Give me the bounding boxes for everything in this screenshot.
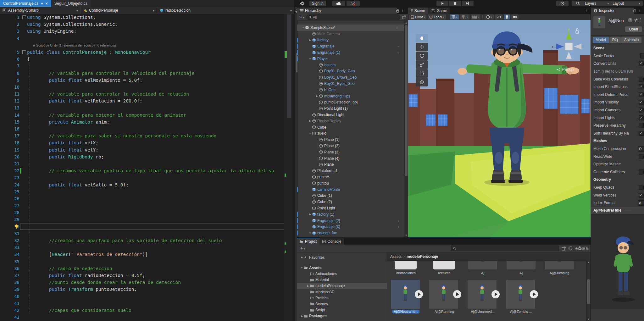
editor-tab[interactable]: Seguir_Objejeto.cs (51, 0, 91, 7)
code-line[interactable]: 5 − public class ControlPersonaje : Mono… (0, 49, 294, 56)
lightbulb-quickfix-icon[interactable] (14, 224, 19, 229)
hierarchy-item[interactable]: bottom (297, 62, 404, 68)
inspector-row[interactable]: Import Visibility✓ (591, 98, 644, 106)
add-gameobject-button[interactable]: ＋▾ (299, 14, 304, 20)
hierarchy-item[interactable]: Boy01_Eyes_Geo (297, 80, 404, 87)
checkbox[interactable] (639, 154, 644, 159)
scroll-down-arrow[interactable]: ▼ (586, 318, 591, 321)
kebab-menu-icon[interactable]: ⋮ (584, 8, 588, 13)
code-line[interactable]: 27 (0, 202, 294, 209)
class-dropdown[interactable]: ControlPersonaje ▾ (81, 7, 157, 14)
checkbox[interactable] (639, 169, 644, 174)
scene-lighting-toggle[interactable] (504, 14, 510, 19)
inspector-row[interactable]: Geometry (591, 176, 644, 184)
preview-header[interactable]: Aj@Neutral Idle (591, 207, 644, 214)
open-prefab-arrow[interactable]: › (398, 51, 399, 54)
project-tree-item[interactable]: ▼ Assets (297, 265, 387, 271)
fold-toggle[interactable]: − (22, 50, 26, 54)
asset-item[interactable]: Aj@Zombie ... (506, 280, 536, 313)
dropdown-cut[interactable]: O (638, 146, 644, 152)
kebab-menu-icon[interactable]: ⋮ (638, 8, 642, 13)
open-prefab-arrow[interactable]: › (398, 225, 399, 229)
asset-item[interactable]: animaciones (391, 261, 421, 275)
code-line[interactable]: 17 // variables para saber si nuestro pe… (0, 132, 294, 139)
hierarchy-item[interactable]: puntoA (297, 174, 404, 180)
hierarchy-item[interactable]: ▶ factory (297, 37, 404, 43)
code-line[interactable]: 28 (0, 209, 294, 216)
open-prefab-arrow[interactable]: › (398, 44, 399, 48)
hierarchy-item[interactable]: Cube (2) (297, 199, 404, 205)
editor-tab[interactable]: ControlPersonaje.cs ✕ (0, 0, 51, 7)
hierarchy-item[interactable]: Engranaje › (297, 43, 404, 49)
asset-item[interactable]: Aj (506, 261, 536, 275)
hierarchy-item[interactable]: Boy01_Body_Geo (297, 68, 404, 75)
tab-hierarchy[interactable]: Hierarchy (297, 8, 397, 14)
code-line[interactable]: 14 // variable para obtener el component… (0, 112, 294, 119)
scene-audio-toggle[interactable] (511, 14, 519, 19)
code-line[interactable]: 38 //punto desde donde crear la esfera d… (0, 279, 294, 286)
foldout-arrow[interactable]: ▼ (619, 163, 621, 166)
hierarchy-item[interactable]: ▶ mixamorig:Hips (297, 93, 404, 99)
move-tool-button[interactable] (416, 43, 428, 51)
open-search-window-icon[interactable] (562, 246, 566, 251)
checkbox-checked[interactable]: ✓ (639, 61, 644, 66)
pause-button[interactable] (449, 1, 461, 6)
checkbox-checked[interactable]: ✓ (639, 84, 644, 89)
lock-icon[interactable] (578, 246, 582, 250)
breadcrumb-current[interactable]: modeloPersonaje (407, 254, 438, 259)
code-line[interactable]: 2 using System.Collections.Generic; (0, 21, 294, 28)
hierarchy-item[interactable]: ▶ factory (1) (297, 211, 404, 218)
2d-toggle[interactable]: 2D (495, 14, 502, 19)
code-line[interactable]: 29 (0, 216, 294, 223)
play-preview-button[interactable] (530, 290, 538, 298)
hierarchy-item[interactable]: Plane (4) (297, 155, 404, 162)
code-line[interactable]: 32 //creamos una apartado para las varia… (0, 237, 294, 244)
code-line[interactable]: 37 public float radioDeteccion = 0.5f; (0, 272, 294, 279)
hierarchy-item[interactable]: ▶ RoobotDoplay (297, 118, 404, 124)
cloud-button[interactable] (332, 1, 345, 6)
code-line[interactable]: 25 (0, 188, 294, 195)
hierarchy-item[interactable]: puntoB (297, 180, 404, 186)
project-dropdown[interactable]: Assembly-CSharp ▾ (0, 7, 81, 14)
lock-icon[interactable] (396, 9, 400, 13)
project-tree-item[interactable]: ▶★ Favorites (297, 254, 387, 260)
project-tree-item[interactable]: ▶ modeloPersonaje (297, 283, 387, 289)
help-icon[interactable]: ? (628, 18, 632, 22)
code-line[interactable]: 12 public float velRotacion = 200.0f; (0, 97, 294, 104)
hierarchy-item[interactable]: Plane (1) (297, 136, 404, 143)
inspector-row[interactable]: Optimize Mesh ▼ (591, 160, 644, 168)
inspector-row[interactable]: Sort Hierarchy By Na✓ (591, 130, 644, 137)
inspector-row[interactable]: Mesh CompressionO (591, 145, 644, 153)
code-line[interactable]: 4 (0, 35, 294, 42)
fold-toggle[interactable]: − (22, 15, 26, 19)
kebab-menu-icon[interactable]: ⋮ (639, 18, 642, 22)
inspector-row[interactable]: Convert Units✓ (591, 60, 644, 68)
code-line[interactable]: 1 − using System.Collections; (0, 14, 294, 21)
expander-open-icon[interactable]: ▼ (300, 266, 304, 269)
checkbox-checked[interactable]: ✓ (639, 193, 644, 198)
code-line[interactable]: 34 [Header(" Parametros de detección")] (0, 251, 294, 258)
kebab-menu-icon[interactable]: ⋮ (401, 8, 405, 13)
code-line[interactable]: 26 (0, 195, 294, 202)
hierarchy-item[interactable]: Plane (297, 162, 404, 168)
codelens-row[interactable]: ◈ Script de Unity (1 referencia de recur… (0, 42, 294, 49)
code-line[interactable]: 19 public float velY; (0, 147, 294, 153)
snap-increment-toggle[interactable]: ▾ (471, 14, 480, 19)
checkbox[interactable] (639, 123, 644, 128)
breadcrumb-root[interactable]: Assets (390, 254, 402, 259)
hierarchy-item[interactable]: Main Camera (297, 31, 404, 37)
open-in-window-icon[interactable] (402, 15, 406, 19)
project-tree-item[interactable]: ▶ Packages (297, 313, 387, 319)
gear-icon[interactable] (300, 1, 304, 6)
project-tree-item[interactable]: Modelos3D (297, 289, 387, 295)
code-line[interactable]: 8 // variable para controlar la velocida… (0, 70, 294, 77)
step-button[interactable] (462, 1, 474, 6)
hierarchy-item[interactable]: Engranaje (1) › (297, 49, 404, 56)
inspector-row[interactable]: Import Lights✓ (591, 114, 644, 122)
lock-icon[interactable] (633, 8, 637, 12)
expander-closed-icon[interactable]: ▶ (308, 119, 312, 122)
asset-item[interactable]: Aj@Running (429, 280, 459, 313)
checkbox-checked[interactable]: ✓ (639, 100, 644, 105)
kebab-menu-icon[interactable]: ⋮ (395, 25, 399, 30)
asset-item[interactable]: textures (429, 261, 459, 275)
